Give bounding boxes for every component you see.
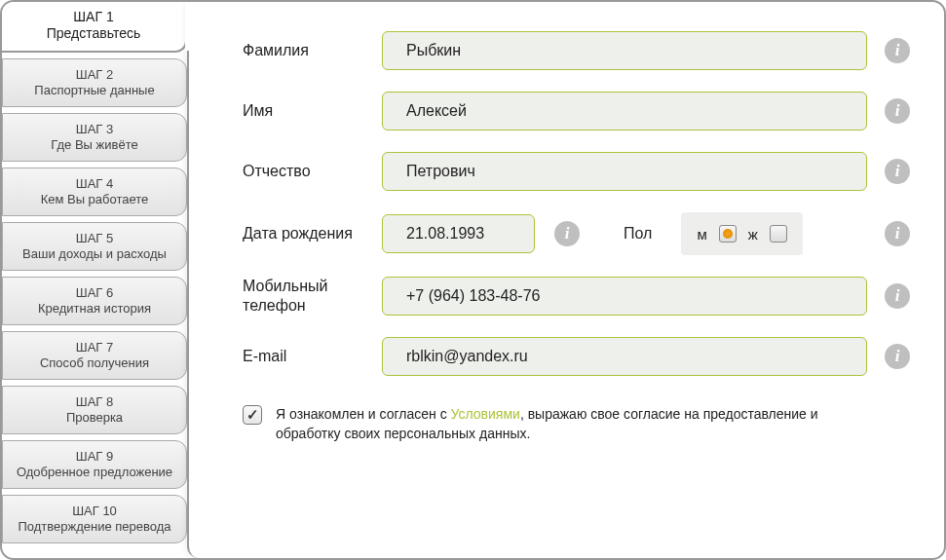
step-num: ШАГ 2	[76, 67, 113, 83]
radio-male[interactable]	[719, 225, 737, 243]
consent-checkbox[interactable]	[243, 405, 262, 425]
info-icon[interactable]: i	[554, 221, 580, 246]
info-icon[interactable]: i	[885, 344, 910, 369]
step-5[interactable]: ШАГ 5 Ваши доходы и расходы	[2, 222, 187, 271]
step-num: ШАГ 10	[72, 504, 117, 519]
gender-label: Пол	[624, 225, 652, 243]
radio-male-label: м	[697, 226, 706, 243]
info-icon[interactable]: i	[885, 38, 910, 63]
step-label: Одобренное предложение	[17, 465, 172, 480]
dob-input[interactable]	[382, 214, 535, 253]
lastname-input[interactable]	[382, 31, 867, 70]
step-label: Ваши доходы и расходы	[22, 246, 167, 262]
phone-label: Мобильный телефон	[243, 277, 382, 316]
step-label: Кредитная история	[38, 301, 151, 317]
info-icon[interactable]: i	[885, 98, 910, 124]
step-3[interactable]: ШАГ 3 Где Вы живёте	[2, 113, 187, 162]
step-9[interactable]: ШАГ 9 Одобренное предложение	[2, 440, 187, 489]
sidebar: ШАГ 1 Представьтесь ШАГ 2 Паспортные дан…	[2, 2, 189, 558]
firstname-label: Имя	[243, 101, 382, 121]
phone-input[interactable]	[382, 277, 867, 316]
step-num: ШАГ 5	[76, 231, 113, 246]
lastname-label: Фамилия	[243, 41, 382, 60]
gender-group: м ж	[681, 212, 802, 255]
form-main: Фамилия i Имя i Отчество i Дата рождения	[187, 2, 944, 558]
step-label: Подтверждение перевода	[18, 519, 170, 535]
step-7[interactable]: ШАГ 7 Способ получения	[2, 331, 187, 380]
info-icon[interactable]: i	[885, 283, 910, 309]
step-num: ШАГ 3	[76, 122, 113, 137]
patronymic-label: Отчество	[243, 162, 382, 181]
radio-female[interactable]	[770, 225, 787, 243]
info-icon[interactable]: i	[885, 159, 910, 184]
step-num: ШАГ 1	[73, 9, 113, 26]
firstname-input[interactable]	[382, 92, 867, 131]
step-label: Представьтесь	[47, 25, 141, 43]
step-label: Где Вы живёте	[51, 137, 137, 153]
step-label: Паспортные данные	[34, 83, 154, 98]
consent-text: Я ознакомлен и согласен с Условиями, выр…	[276, 405, 860, 443]
step-num: ШАГ 9	[76, 449, 113, 465]
step-num: ШАГ 6	[76, 285, 113, 301]
dob-label: Дата рождения	[243, 224, 382, 243]
step-num: ШАГ 7	[76, 340, 113, 355]
step-4[interactable]: ШАГ 4 Кем Вы работаете	[2, 168, 187, 216]
step-8[interactable]: ШАГ 8 Проверка	[2, 386, 187, 434]
email-input[interactable]	[382, 337, 867, 376]
email-label: E-mail	[243, 347, 382, 366]
step-label: Способ получения	[40, 355, 149, 371]
step-label: Проверка	[66, 410, 123, 426]
info-icon[interactable]: i	[885, 221, 910, 246]
step-num: ШАГ 4	[76, 176, 113, 192]
consent-text-before: Я ознакомлен и согласен с	[276, 406, 451, 422]
patronymic-input[interactable]	[382, 152, 867, 191]
terms-link[interactable]: Условиями	[451, 406, 520, 422]
step-1[interactable]: ШАГ 1 Представьтесь	[2, 0, 187, 53]
step-label: Кем Вы работаете	[41, 192, 149, 207]
step-10[interactable]: ШАГ 10 Подтверждение перевода	[2, 495, 187, 543]
step-6[interactable]: ШАГ 6 Кредитная история	[2, 277, 187, 325]
step-num: ШАГ 8	[76, 394, 113, 410]
radio-female-label: ж	[748, 226, 758, 243]
step-2[interactable]: ШАГ 2 Паспортные данные	[2, 58, 187, 107]
